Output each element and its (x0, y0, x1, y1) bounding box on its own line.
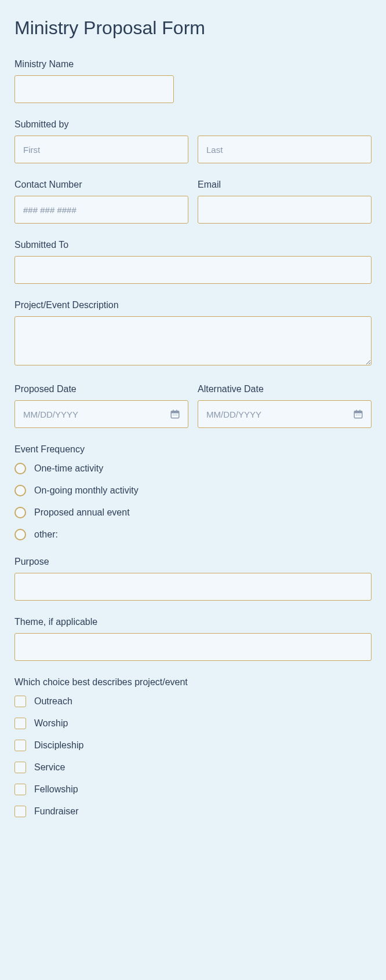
option-label: Outreach (34, 696, 72, 707)
describes-option-fellowship[interactable]: Fellowship (14, 784, 372, 795)
frequency-option-one-time[interactable]: One-time activity (14, 463, 372, 474)
option-label: Service (34, 762, 65, 773)
svg-rect-8 (354, 411, 362, 414)
option-label: Fundraiser (34, 806, 78, 817)
contact-number-label: Contact Number (14, 180, 188, 190)
purpose-input[interactable] (14, 573, 372, 601)
submitted-to-label: Submitted To (14, 240, 372, 250)
email-label: Email (198, 180, 372, 190)
form-title: Ministry Proposal Form (14, 17, 372, 39)
option-label: Worship (34, 718, 68, 729)
radio-icon (14, 485, 26, 496)
alternative-date-input[interactable] (198, 400, 372, 428)
checkbox-icon (14, 740, 26, 751)
svg-point-11 (356, 415, 357, 416)
email-input[interactable] (198, 196, 372, 224)
checkbox-icon (14, 762, 26, 773)
option-label: other: (34, 529, 58, 540)
describes-group: Outreach Worship Discipleship Service Fe… (14, 696, 372, 817)
checkbox-icon (14, 784, 26, 795)
event-frequency-label: Event Frequency (14, 444, 372, 455)
calendar-icon (353, 409, 363, 419)
first-name-input[interactable] (14, 136, 188, 163)
frequency-option-other[interactable]: other: (14, 529, 372, 540)
radio-icon (14, 529, 26, 540)
option-label: Discipleship (34, 740, 83, 751)
checkbox-icon (14, 696, 26, 707)
describes-option-outreach[interactable]: Outreach (14, 696, 372, 707)
option-label: Fellowship (34, 784, 78, 795)
frequency-option-monthly[interactable]: On-going monthly activity (14, 485, 372, 496)
purpose-label: Purpose (14, 557, 372, 567)
proposed-date-label: Proposed Date (14, 384, 188, 394)
submitted-to-input[interactable] (14, 256, 372, 284)
svg-point-5 (174, 415, 176, 416)
last-name-input[interactable] (198, 136, 372, 163)
radio-icon (14, 507, 26, 518)
svg-point-13 (359, 415, 360, 416)
option-label: On-going monthly activity (34, 485, 139, 496)
svg-point-6 (176, 415, 177, 416)
ministry-name-label: Ministry Name (14, 59, 372, 70)
describes-option-fundraiser[interactable]: Fundraiser (14, 806, 372, 817)
radio-icon (14, 463, 26, 474)
proposed-date-input[interactable] (14, 400, 188, 428)
contact-number-input[interactable] (14, 196, 188, 224)
submitted-by-label: Submitted by (14, 119, 372, 130)
option-label: One-time activity (34, 463, 103, 474)
checkbox-icon (14, 718, 26, 729)
svg-point-12 (358, 415, 359, 416)
describes-option-worship[interactable]: Worship (14, 718, 372, 729)
frequency-option-annual[interactable]: Proposed annual event (14, 507, 372, 518)
calendar-icon (170, 409, 180, 419)
svg-point-4 (173, 415, 174, 416)
theme-input[interactable] (14, 633, 372, 661)
description-textarea[interactable] (14, 316, 372, 365)
svg-rect-1 (171, 411, 179, 414)
description-label: Project/Event Description (14, 300, 372, 310)
event-frequency-group: One-time activity On-going monthly activ… (14, 463, 372, 540)
theme-label: Theme, if applicable (14, 617, 372, 627)
alternative-date-label: Alternative Date (198, 384, 372, 394)
ministry-name-input[interactable] (14, 75, 174, 103)
checkbox-icon (14, 806, 26, 817)
describes-option-discipleship[interactable]: Discipleship (14, 740, 372, 751)
option-label: Proposed annual event (34, 507, 130, 518)
describes-option-service[interactable]: Service (14, 762, 372, 773)
describes-label: Which choice best describes project/even… (14, 677, 372, 688)
